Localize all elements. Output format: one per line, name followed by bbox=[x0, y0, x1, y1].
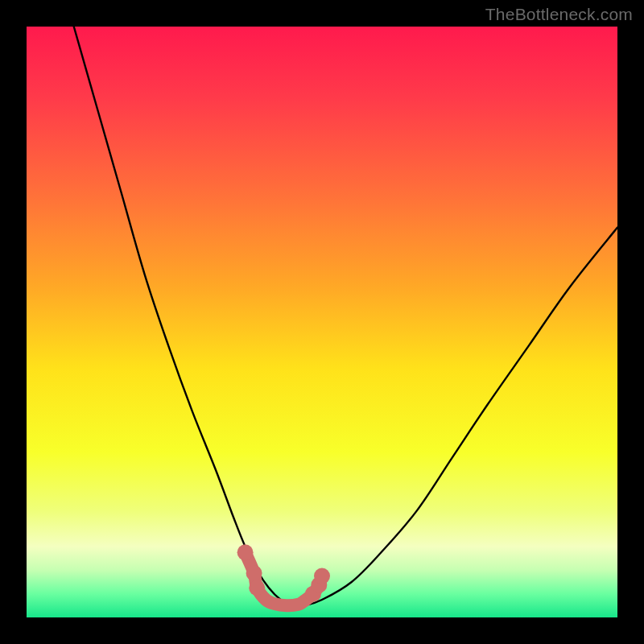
sweet-spot-dot bbox=[246, 565, 262, 581]
sweet-spot-dot bbox=[249, 580, 265, 596]
bottleneck-chart bbox=[0, 0, 644, 644]
sweet-spot-dot bbox=[237, 544, 254, 560]
chart-stage: TheBottleneck.com bbox=[0, 0, 644, 644]
sweet-spot-dot bbox=[314, 568, 330, 584]
plot-background bbox=[27, 27, 617, 617]
